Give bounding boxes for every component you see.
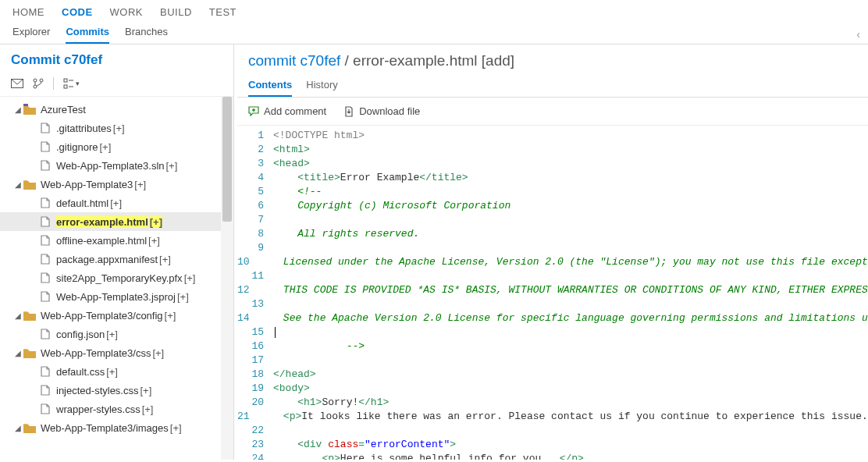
expand-icon[interactable]: ◢: [12, 424, 23, 432]
tree-file[interactable]: Web-App-Template3.sln [+]: [0, 156, 221, 175]
svg-rect-8: [23, 104, 28, 106]
tree-file[interactable]: offline-example.html [+]: [0, 231, 221, 250]
file-icon: [39, 234, 52, 247]
tree-item-label: Web-App-Template3/css: [41, 347, 151, 359]
folder-icon: [23, 178, 36, 190]
tree-item-label: package.appxmanifest: [56, 254, 158, 265]
collapse-left-icon[interactable]: ‹: [856, 28, 860, 44]
code-line[interactable]: 24 <p>Here is some helpful info for you.…: [237, 452, 868, 460]
tree-file[interactable]: default.css [+]: [0, 362, 221, 381]
text-cursor: [275, 327, 276, 338]
code-line[interactable]: 8 All rights reserved.: [237, 227, 868, 241]
tree-folder[interactable]: ◢AzureTest: [0, 100, 221, 119]
tree-options-icon[interactable]: ▾: [63, 78, 80, 89]
file-icon: [39, 328, 52, 340]
line-number: 1: [237, 129, 273, 143]
tree-file[interactable]: site2App_TemporaryKey.pfx [+]: [0, 268, 221, 287]
tree-file[interactable]: default.html [+]: [0, 194, 221, 212]
tree-file[interactable]: config.json [+]: [0, 325, 221, 343]
tree-file[interactable]: .gitignore [+]: [0, 137, 221, 156]
code-line[interactable]: 11: [237, 269, 868, 283]
expand-icon[interactable]: ◢: [12, 105, 23, 114]
tree-item-suffix: [+]: [106, 329, 118, 340]
code-line[interactable]: 3<head>: [237, 157, 868, 171]
code-line[interactable]: 16 -->: [237, 339, 868, 354]
tree-item-suffix: [+]: [184, 272, 196, 284]
code-line[interactable]: 21 <p>It looks like there was an error. …: [237, 410, 868, 424]
add-comment-label: Add comment: [264, 105, 326, 117]
code-line[interactable]: 9: [237, 241, 868, 255]
code-line[interactable]: 1<!DOCTYPE html>: [237, 129, 868, 143]
code-line[interactable]: 5 <!--: [237, 185, 868, 199]
line-number: 21: [237, 410, 259, 424]
top-nav-home[interactable]: HOME: [12, 6, 44, 18]
code-line[interactable]: 17: [237, 354, 868, 368]
code-line[interactable]: 18</head>: [237, 368, 868, 382]
expand-icon[interactable]: ◢: [12, 349, 23, 357]
code-line-content: <h1>Sorry!</h1>: [273, 396, 389, 410]
tree-file[interactable]: wrapper-styles.css [+]: [0, 400, 221, 418]
code-line[interactable]: 15: [237, 325, 868, 339]
add-comment-button[interactable]: Add comment: [248, 105, 326, 117]
top-nav-code[interactable]: CODE: [62, 6, 93, 18]
code-line[interactable]: 10 Licensed under the Apache License, Ve…: [237, 255, 868, 269]
tree-item-label: config.json: [56, 329, 105, 340]
tree-file[interactable]: .gitattributes [+]: [0, 119, 221, 137]
sub-nav-branches[interactable]: Branches: [125, 26, 168, 44]
tree-folder[interactable]: ◢Web-App-Template3/config [+]: [0, 306, 221, 325]
file-tree[interactable]: ◢AzureTest.gitattributes [+].gitignore […: [0, 97, 221, 460]
tree-file[interactable]: error-example.html [+]: [0, 212, 221, 231]
mail-icon[interactable]: [11, 79, 23, 88]
tree-item-suffix: [+]: [159, 254, 171, 265]
tree-item-suffix: [+]: [142, 403, 154, 415]
code-line-content: <title>Error Example</title>: [273, 171, 468, 185]
expand-icon[interactable]: ◢: [12, 311, 23, 320]
download-file-button[interactable]: Download file: [343, 105, 420, 117]
tree-item-suffix: [+]: [150, 216, 162, 228]
code-line[interactable]: 13: [237, 297, 868, 311]
sub-nav-explorer[interactable]: Explorer: [12, 26, 50, 44]
line-number: 22: [237, 424, 273, 438]
line-number: 24: [237, 452, 273, 460]
top-nav-build[interactable]: BUILD: [160, 6, 192, 18]
code-line[interactable]: 6 Copyright (c) Microsoft Corporation: [237, 199, 868, 213]
code-line-content: <!DOCTYPE html>: [273, 129, 365, 143]
download-file-label: Download file: [359, 105, 420, 117]
tree-file[interactable]: package.appxmanifest [+]: [0, 250, 221, 268]
tree-item-suffix: [+]: [165, 310, 176, 322]
commit-link[interactable]: commit c70fef: [248, 52, 340, 69]
tree-item-suffix: [+]: [99, 141, 111, 153]
code-line[interactable]: 2<html>: [237, 143, 868, 157]
tree-folder[interactable]: ◢Web-App-Template3/images [+]: [0, 418, 221, 437]
code-line[interactable]: 22: [237, 424, 868, 438]
tree-scrollbar[interactable]: [221, 97, 233, 460]
code-line-content: <head>: [273, 157, 310, 171]
file-icon: [39, 253, 52, 265]
file-icon: [39, 140, 52, 153]
expand-icon[interactable]: ◢: [12, 180, 23, 189]
line-number: 20: [237, 396, 273, 410]
branch-icon[interactable]: [33, 78, 44, 89]
file-tab-contents[interactable]: Contents: [248, 79, 292, 97]
code-line-content: -->: [273, 339, 365, 354]
tree-file[interactable]: Web-App-Template3.jsproj [+]: [0, 287, 221, 306]
top-nav-work[interactable]: WORK: [110, 6, 143, 18]
code-line[interactable]: 7: [237, 213, 868, 227]
tree-folder[interactable]: ◢Web-App-Template3/css [+]: [0, 343, 221, 362]
code-line[interactable]: 19<body>: [237, 382, 868, 396]
top-nav-test[interactable]: TEST: [209, 6, 237, 18]
code-line[interactable]: 23 <div class="errorContent">: [237, 438, 868, 452]
code-line[interactable]: 14 See the Apache Version 2.0 License fo…: [237, 311, 868, 325]
tree-file[interactable]: injected-styles.css [+]: [0, 381, 221, 400]
code-line[interactable]: 4 <title>Error Example</title>: [237, 171, 868, 185]
code-line[interactable]: 12 THIS CODE IS PROVIDED *AS IS* BASIS, …: [237, 283, 868, 297]
tree-item-suffix: [+]: [177, 291, 189, 303]
tree-item-label: Web-App-Template3/images: [41, 422, 169, 434]
folder-icon: [23, 309, 36, 322]
file-tab-history[interactable]: History: [306, 79, 337, 97]
code-line[interactable]: 20 <h1>Sorry!</h1>: [237, 396, 868, 410]
sidebar-toolbar: ▾: [0, 74, 233, 97]
tree-folder[interactable]: ◢Web-App-Template3 [+]: [0, 175, 221, 194]
sub-nav-commits[interactable]: Commits: [66, 26, 109, 44]
code-viewer[interactable]: 1<!DOCTYPE html>2<html>3<head>4 <title>E…: [237, 125, 868, 460]
